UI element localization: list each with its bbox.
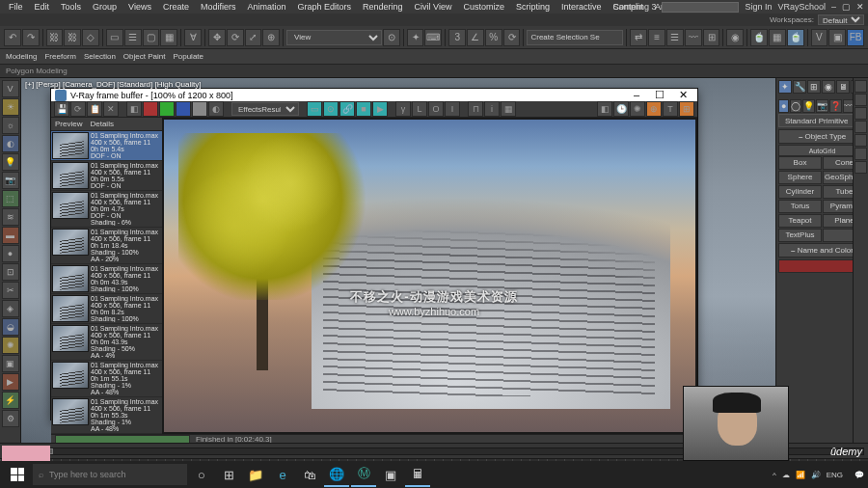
history-item[interactable]: 01 Sampling Intro.max400 x 506, frame 11… <box>51 324 162 361</box>
vfb-reload-icon[interactable]: ⟳ <box>70 101 86 117</box>
ribbon-polygon-modeling[interactable]: Polygon Modeling <box>6 67 68 75</box>
nav-pan-icon[interactable] <box>854 134 867 147</box>
placement-icon[interactable]: ⊕ <box>262 29 280 46</box>
menu-create[interactable]: Create <box>158 2 194 12</box>
vfb-history-icon[interactable]: 🕒 <box>613 101 629 117</box>
ribbon-populate[interactable]: Populate <box>173 52 203 61</box>
tray-volume-icon[interactable]: 🔊 <box>811 471 821 479</box>
vfb-clear-icon[interactable]: ✕ <box>103 101 119 117</box>
lt-fur-icon[interactable]: ≋ <box>2 208 19 226</box>
link-icon[interactable]: ⛓ <box>46 29 64 46</box>
menu-grapheditors[interactable]: Graph Editors <box>292 2 356 12</box>
vfb-history-list[interactable]: 01 Sampling Intro.max400 x 506, frame 11… <box>51 131 162 434</box>
align-icon[interactable]: ≡ <box>648 29 665 46</box>
vfb-stamp-icon[interactable]: T <box>663 101 678 117</box>
tray-notif-icon[interactable]: 💬 <box>854 471 864 479</box>
vfb-compare-icon[interactable]: ◧ <box>597 101 612 117</box>
vfb-titlebar[interactable]: V-Ray frame buffer - [100% of 1200 x 800… <box>51 89 697 101</box>
system-tray[interactable]: ^ ☁ 📶 🔊 ENG 💬 <box>773 471 864 479</box>
history-item[interactable]: 01 Sampling Intro.max400 x 506, frame 11… <box>51 131 162 161</box>
vfb-blue-icon[interactable] <box>176 101 191 117</box>
tray-up-icon[interactable]: ^ <box>773 471 776 479</box>
history-item[interactable]: 01 Sampling Intro.max400 x 506, frame 11… <box>51 361 162 397</box>
vray-task-icon[interactable]: ▣ <box>378 462 403 487</box>
menu-views[interactable]: Views <box>123 2 156 12</box>
lt-quick-icon[interactable]: ⚡ <box>2 392 19 409</box>
lt-lens-icon[interactable]: ✺ <box>2 337 19 354</box>
filter-all-icon[interactable]: ∀ <box>184 29 202 46</box>
vfb-min-icon[interactable]: – <box>626 89 647 101</box>
vfb-max-icon[interactable]: ☐ <box>649 89 670 101</box>
move-icon[interactable]: ✥ <box>208 29 226 46</box>
vfb-icc-icon[interactable]: I <box>445 101 460 117</box>
vfb-bucket-icon[interactable]: ⊞ <box>679 101 694 117</box>
ribbon-selection[interactable]: Selection <box>84 52 116 61</box>
spinner-snap-icon[interactable]: ⟳ <box>503 29 521 46</box>
keyboard-icon[interactable]: ⌨ <box>424 29 442 46</box>
lights-icon[interactable]: 💡 <box>802 99 815 113</box>
vfb-info-icon[interactable]: i <box>484 101 500 117</box>
nav-fov-icon[interactable] <box>854 121 867 133</box>
primitive-cylinder[interactable]: Cylinder <box>778 185 822 199</box>
nav-extents-icon[interactable] <box>854 107 867 120</box>
menu-customize[interactable]: Customize <box>458 2 509 12</box>
lt-clipper-icon[interactable]: ✂ <box>2 282 19 299</box>
vray-icon[interactable]: V <box>811 29 828 46</box>
layers-icon[interactable]: ☰ <box>666 29 684 46</box>
menu-edit[interactable]: Edit <box>30 2 55 12</box>
vray-frame-buffer-window[interactable]: V-Ray frame buffer - [100% of 1200 x 800… <box>50 88 698 420</box>
nav-zoom-icon[interactable] <box>854 80 867 93</box>
nav-orbit-icon[interactable] <box>854 148 867 160</box>
taskview-icon[interactable]: ⊞ <box>216 462 241 487</box>
lt-lightmix-icon[interactable]: ◒ <box>2 318 19 336</box>
lt-settings-icon[interactable]: ⚙ <box>2 410 19 427</box>
vfb-alpha-icon[interactable] <box>192 101 207 117</box>
store-icon[interactable]: 🛍 <box>297 462 322 487</box>
vfb-link-icon[interactable]: 🔗 <box>339 101 355 117</box>
tray-cloud-icon[interactable]: ☁ <box>782 471 790 479</box>
ribbon-modeling[interactable]: Modeling <box>6 52 37 61</box>
ribbon-freeform[interactable]: Freeform <box>44 52 75 61</box>
viewport-label[interactable]: [+] [Persp] [Camera_DOF] [Standard] [Hig… <box>25 80 202 89</box>
schematic-icon[interactable]: ⊞ <box>703 29 720 46</box>
lt-light-icon[interactable]: ☀ <box>2 98 19 116</box>
history-item[interactable]: 01 Sampling Intro.max400 x 506, frame 11… <box>51 294 162 324</box>
edge-icon[interactable]: e <box>270 462 295 487</box>
rotate-icon[interactable]: ⟳ <box>227 29 244 46</box>
history-item[interactable]: 01 Sampling Intro.max400 x 506, frame 11… <box>51 228 162 264</box>
start-button[interactable] <box>4 461 31 488</box>
lt-sphere-icon[interactable]: ● <box>2 245 19 262</box>
undo-icon[interactable]: ↶ <box>4 29 21 46</box>
angle-snap-icon[interactable]: ∠ <box>467 29 484 46</box>
primitive-sphere[interactable]: Sphere <box>778 171 822 184</box>
display-tab-icon[interactable]: 🖥 <box>836 80 850 94</box>
vfb-pixel-icon[interactable]: ▦ <box>501 101 516 117</box>
vfb-lut-icon[interactable]: L <box>412 101 427 117</box>
menu-rendering[interactable]: Rendering <box>358 2 408 12</box>
vfb-ocio-icon[interactable]: O <box>428 101 444 117</box>
taskbar-search[interactable]: ⌕Type here to search <box>33 464 187 485</box>
menu-animation[interactable]: Animation <box>242 2 290 12</box>
bind-icon[interactable]: ◇ <box>82 29 99 46</box>
menu-tools[interactable]: Tools <box>56 2 86 12</box>
selection-set-input[interactable] <box>527 30 623 45</box>
mirror-icon[interactable]: ⇄ <box>630 29 647 46</box>
cortana-icon[interactable]: ○ <box>189 462 214 487</box>
tray-wifi-icon[interactable]: 📶 <box>796 471 805 479</box>
vfb-green-icon[interactable] <box>159 101 175 117</box>
history-item[interactable]: 01 Sampling Intro.max400 x 506, frame 11… <box>51 161 162 191</box>
shapes-icon[interactable]: ◯ <box>790 99 801 113</box>
select-region-icon[interactable]: ▢ <box>143 29 160 46</box>
lt-sun-icon[interactable]: ☼ <box>2 117 19 134</box>
vfb-copy-icon[interactable]: 📋 <box>87 101 102 117</box>
unlink-icon[interactable]: ⛓ <box>64 29 81 46</box>
window-max-icon[interactable]: ▢ <box>842 2 851 12</box>
lt-vray-icon[interactable]: V <box>2 80 19 97</box>
vray-rt-icon[interactable]: FB <box>847 29 864 46</box>
signin-button[interactable]: Sign In <box>745 2 772 12</box>
nav-zoomall-icon[interactable] <box>854 94 867 106</box>
calc-icon[interactable]: 🖩 <box>405 462 430 487</box>
refcoord-select[interactable]: View <box>286 30 382 45</box>
lt-dome-icon[interactable]: ◐ <box>2 135 19 152</box>
vfb-stop-icon[interactable]: ■ <box>356 101 371 117</box>
